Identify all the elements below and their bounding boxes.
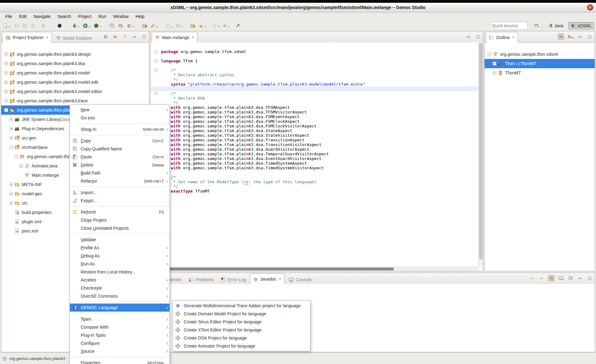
fold-collapse-icon[interactable]: − [154,50,157,53]
expand-icon[interactable]: + [9,118,13,121]
window-close-button[interactable]: ✕ [587,4,593,11]
menu-item-debug-as[interactable]: Debug As› [70,252,169,260]
collapse-all-icon[interactable]: ⊟ [102,33,109,40]
menubar-item-run[interactable]: Run [95,13,110,20]
menu-item-restore-from-local-history[interactable]: Restore from Local History... [70,268,169,276]
menu-item-generate-multidimensional-trace-addon-project-for-language[interactable]: Generate Multidimensional Trace Addon pr… [173,302,310,310]
folder-go-icon[interactable] [189,22,196,29]
dropdown-caret-icon[interactable]: ▾ [182,25,183,28]
save-icon[interactable] [13,22,20,29]
menu-item-configure[interactable]: Configure› [70,339,169,347]
menu-item-create-dsa-project-for-language[interactable]: Create DSA Project for language [173,334,310,342]
tree-item-tfsm-tfsmmt[interactable]: +Tfsm ◁ TfsmMT [485,59,595,68]
collapse-icon[interactable]: − [488,52,491,56]
web-browser-icon[interactable] [56,22,63,29]
code-line[interactable]: with org.gemoc.sample.tfsm.plaink3.dsa.T… [151,138,479,142]
code-line[interactable]: with org.gemoc.sample.tfsm.plaink3.dsa.T… [151,110,479,114]
expand-icon[interactable]: + [4,62,8,65]
dropdown-caret-icon[interactable]: ▾ [171,25,172,28]
print-icon[interactable] [29,22,36,29]
menu-item-plug-in-tools[interactable]: Plug-in Tools› [70,331,169,339]
collapse-icon[interactable]: − [4,108,8,112]
expand-icon[interactable]: + [493,62,496,65]
tab-outline[interactable]: Outline ✕ [486,32,518,43]
code-line[interactable]: with org.gemoc.sample.tfsm.plaink3.dsa.S… [151,128,479,133]
melange-code-editor[interactable]: −package org.gemoc.sample.tfsm.xdsml−lan… [151,42,479,267]
folder-edit-icon[interactable] [141,22,148,29]
code-line[interactable]: with org.gemoc.sample.tfsm.plaink3.dsa.T… [151,166,479,170]
code-line[interactable]: */ [151,100,479,105]
code-line[interactable]: with org.gemoc.sample.tfsm.plaink3.dsa.F… [151,119,479,124]
code-line[interactable]: * Declare DSA [151,96,479,100]
tree-item-org-gemoc-sample-tfsm-xdsml[interactable]: −org.gemoc.sample.tfsm.xdsml [485,50,595,59]
view-menu-icon[interactable]: ▽ [122,33,128,40]
tree-item-org-gemoc-sample-tfsm-plaink3-dsa[interactable]: +Morg.gemoc.sample.tfsm.plaink3.dsa [1,59,149,68]
menubar-item-edit[interactable]: Edit [16,13,30,20]
code-line[interactable]: */ [151,184,479,189]
menubar-item-search[interactable]: Search [54,13,74,20]
forward-icon[interactable]: ⇨ [539,275,545,281]
code-line[interactable]: * Declare abstract syntax [151,73,479,77]
minimize-icon[interactable]: ▭ [577,275,583,281]
code-line[interactable]: with org.gemoc.sample.tfsm.plaink3.dsa.E… [151,156,479,161]
tab-main-melange[interactable]: Main.melange ✕ [152,32,197,43]
menu-item-gemoc-language[interactable]: GEMOC Language› [70,304,169,312]
code-line[interactable]: * Set name of the ModelType (ie: the typ… [151,180,479,184]
tree-item-org-gemoc-sample-tfsm-plaink3-trace[interactable]: +Morg.gemoc.sample.tfsm.plaink3.trace [1,96,149,105]
code-line[interactable]: exactType TfsmMT [151,189,479,193]
menu-item-go-into[interactable]: Go Into [70,114,169,122]
code-line[interactable]: with org.gemoc.sample.tfsm.plaink3.dsa.F… [151,114,479,119]
menu-item-refactor[interactable]: RefactorShift+Alt+T› [70,177,169,185]
code-line[interactable] [151,170,479,175]
link-with-editor-icon[interactable]: ⇆ [558,33,564,40]
quick-access-input[interactable] [490,22,528,30]
dropdown-caret-icon[interactable]: ▾ [78,25,79,28]
scrollbar-thumb[interactable] [479,43,482,260]
menubar-item-window[interactable]: Window [110,13,132,20]
menu-item-validate[interactable]: Validate [70,236,169,244]
dropdown-caret-icon[interactable]: ▾ [228,25,229,28]
code-line[interactable]: − /* [151,91,479,96]
link-with-editor-icon[interactable]: ⇆ [548,275,554,281]
collapse-icon[interactable]: − [14,155,18,158]
dropdown-caret-icon[interactable]: ▾ [218,25,219,28]
code-line[interactable]: with org.gemoc.sample.tfsm.plaink3.dsa.T… [151,105,479,110]
menu-item-create-domain-model-project-for-language[interactable]: Create Domain Model Project for language [173,310,310,318]
back-icon[interactable] [211,22,218,29]
menu-item-copy[interactable]: CopyCtrl+C [70,137,169,145]
minimize-icon[interactable]: ▭ [465,33,472,40]
menubar-item-file[interactable]: File [2,13,16,20]
menu-item-run-as[interactable]: Run As› [70,260,169,268]
maximize-icon[interactable]: ▢ [475,33,481,40]
fold-collapse-icon[interactable]: − [154,69,157,72]
open-perspective-icon[interactable] [534,23,540,29]
dropdown-caret-icon[interactable]: ▾ [89,25,90,28]
menubar-item-help[interactable]: Help [132,13,148,20]
perspective-java-button[interactable]: JJava [546,22,566,29]
code-line[interactable]: */ [151,77,479,82]
menu-item-source[interactable]: Source› [70,347,169,355]
tree-item-org-gemoc-sample-tfsm-plaink3-model-edit[interactable]: +Morg.gemoc.sample.tfsm.plaink3.model.ed… [1,78,149,87]
menu-item-refresh[interactable]: RefreshF5 [70,208,169,216]
code-line[interactable] [151,87,479,91]
dropdown-caret-icon[interactable]: ▾ [100,25,101,28]
collapse-icon[interactable]: − [9,145,13,149]
dropdown-caret-icon[interactable]: ▾ [205,25,206,28]
code-line[interactable]: with org.gemoc.sample.tfsm.plaink3.dsa.S… [151,133,479,138]
menu-item-create-xtext-editor-project-for-language[interactable]: Create XText Editor Project for language [173,326,310,334]
fold-collapse-icon[interactable]: − [154,92,157,95]
minimize-icon[interactable]: ▭ [577,33,583,40]
close-icon[interactable]: ✕ [278,277,281,281]
code-line[interactable]: − /* [151,175,479,180]
sort-icon[interactable]: ⇅az [567,33,574,40]
tab-problems[interactable]: Problems [186,275,217,284]
menu-item-build-path[interactable]: Build Path› [70,169,169,177]
expand-icon[interactable]: + [4,71,8,75]
debug-icon[interactable] [71,22,78,29]
menu-item-delete[interactable]: DeleteDelete [70,161,169,169]
expand-icon[interactable]: + [9,127,13,131]
expand-icon[interactable]: + [9,136,13,140]
menu-item-create-sirius-editor-project-for-language[interactable]: Create Sirius Editor Project for languag… [173,318,310,326]
pin-view-icon[interactable] [567,275,574,281]
code-line[interactable]: with org.gemoc.sample.tfsm.plaink3.dsa.T… [151,152,479,156]
